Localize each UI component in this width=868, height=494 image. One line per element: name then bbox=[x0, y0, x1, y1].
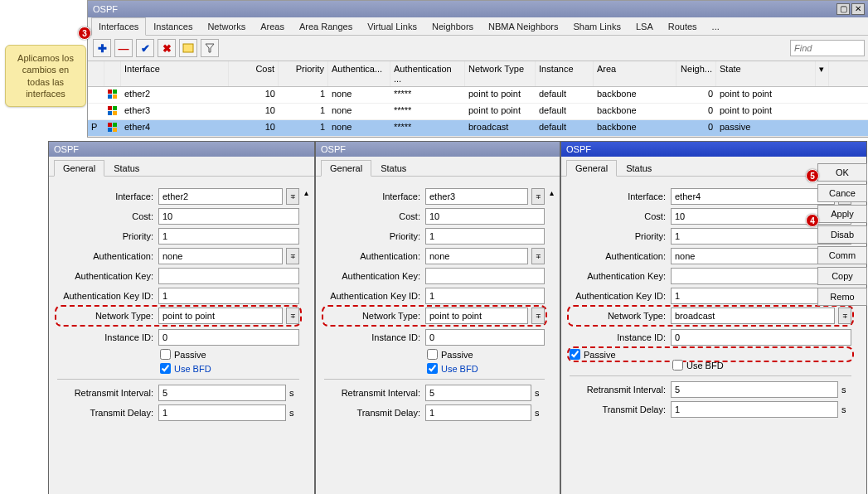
cancel-button[interactable]: Cance bbox=[817, 184, 867, 202]
txdelay-input[interactable]: 1 bbox=[425, 404, 531, 421]
apply-button[interactable]: Apply bbox=[817, 205, 867, 223]
tab-instances[interactable]: Instances bbox=[146, 17, 200, 35]
tab-virtuallinks[interactable]: Virtual Links bbox=[360, 17, 424, 35]
instanceid-input[interactable]: 0 bbox=[425, 329, 545, 346]
enable-button[interactable]: ✔ bbox=[136, 39, 154, 57]
ntype-dropdown-icon[interactable]: ∓ bbox=[838, 308, 851, 324]
col-instance[interactable]: Instance bbox=[536, 61, 594, 86]
dialog-titlebar[interactable]: OSPF bbox=[316, 142, 560, 157]
filter-button[interactable] bbox=[201, 39, 219, 57]
col-state[interactable]: State bbox=[716, 61, 816, 86]
interface-dropdown-icon[interactable]: ∓ bbox=[286, 188, 299, 205]
tab-interfaces[interactable]: Interfaces bbox=[91, 17, 146, 36]
network-type-select[interactable]: broadcast bbox=[671, 308, 835, 324]
col-ntype[interactable]: Network Type bbox=[465, 61, 536, 86]
passive-checkbox[interactable] bbox=[160, 349, 171, 360]
txdelay-input[interactable]: 1 bbox=[671, 401, 838, 418]
add-button[interactable]: ✚ bbox=[93, 39, 111, 57]
comment-button[interactable] bbox=[179, 39, 197, 57]
table-row[interactable]: P ether4 10 1 none ***** broadcast defau… bbox=[88, 120, 868, 137]
ntype-dropdown-icon[interactable]: ∓ bbox=[531, 308, 545, 324]
tab-areas[interactable]: Areas bbox=[253, 17, 292, 35]
row-interface: ether3 bbox=[121, 104, 229, 119]
copy-btn[interactable]: Copy bbox=[817, 267, 867, 285]
tab-arearanges[interactable]: Area Ranges bbox=[292, 17, 360, 35]
tab-neighbors[interactable]: Neighbors bbox=[424, 17, 481, 35]
tab-general[interactable]: General bbox=[321, 160, 371, 177]
grid-header[interactable]: Interface Cost Priority Authentica... Au… bbox=[88, 61, 868, 87]
instanceid-input[interactable]: 0 bbox=[158, 329, 299, 346]
priority-input[interactable]: 1 bbox=[425, 228, 545, 245]
svg-rect-0 bbox=[183, 44, 193, 52]
auth-dropdown-icon[interactable]: ∓ bbox=[531, 248, 545, 264]
authkeyid-input[interactable]: 1 bbox=[158, 288, 299, 304]
retransmit-input[interactable]: 5 bbox=[671, 381, 838, 398]
tab-general[interactable]: General bbox=[566, 160, 617, 177]
tab-nbma[interactable]: NBMA Neighbors bbox=[481, 17, 565, 35]
authkey-input[interactable] bbox=[425, 268, 545, 284]
col-cost[interactable]: Cost bbox=[229, 61, 279, 86]
interface-select[interactable]: ether3 bbox=[425, 188, 528, 205]
authkey-input[interactable] bbox=[158, 268, 299, 284]
disable-button[interactable]: ✖ bbox=[158, 39, 176, 57]
col-flag[interactable] bbox=[88, 61, 104, 86]
disable-btn[interactable]: Disab bbox=[817, 225, 867, 244]
passive-checkbox[interactable] bbox=[570, 349, 580, 360]
tab-more[interactable]: ... bbox=[705, 17, 727, 35]
col-interface[interactable]: Interface bbox=[121, 61, 229, 86]
col-dropdown[interactable]: ▾ bbox=[816, 61, 829, 86]
network-type-select[interactable]: point to point bbox=[158, 308, 283, 324]
col-auth[interactable]: Authentica... bbox=[328, 61, 390, 86]
cost-input[interactable]: 10 bbox=[158, 208, 299, 225]
scroll-up-icon[interactable]: ▴ bbox=[304, 188, 308, 197]
usebfd-checkbox[interactable] bbox=[160, 363, 171, 374]
auth-select[interactable]: none bbox=[425, 248, 528, 264]
main-titlebar[interactable]: OSPF ▢ ✕ bbox=[88, 1, 868, 17]
ntype-dropdown-icon[interactable]: ∓ bbox=[286, 308, 299, 324]
auth-select[interactable]: none bbox=[671, 248, 835, 264]
col-authkey[interactable]: Authentication ... bbox=[390, 61, 465, 86]
remove-btn[interactable]: Remo bbox=[817, 288, 867, 306]
tab-status[interactable]: Status bbox=[371, 160, 415, 176]
interface-select[interactable]: ether2 bbox=[158, 188, 283, 205]
tab-general[interactable]: General bbox=[54, 160, 104, 177]
auth-select[interactable]: none bbox=[158, 248, 283, 264]
interface-select[interactable]: ether4 bbox=[671, 188, 835, 205]
network-type-select[interactable]: point to point bbox=[425, 308, 528, 324]
tab-shamlinks[interactable]: Sham Links bbox=[565, 17, 628, 35]
passive-checkbox[interactable] bbox=[427, 349, 438, 360]
col-neigh[interactable]: Neigh... bbox=[676, 61, 716, 86]
find-input[interactable] bbox=[790, 40, 865, 56]
col-area[interactable]: Area bbox=[594, 61, 676, 86]
scroll-up-icon[interactable]: ▴ bbox=[550, 188, 554, 197]
tab-lsa[interactable]: LSA bbox=[628, 17, 661, 35]
row-state: point to point bbox=[716, 104, 816, 119]
row-auth: none bbox=[328, 120, 390, 136]
ok-button[interactable]: OK bbox=[817, 163, 867, 182]
tab-status[interactable]: Status bbox=[104, 160, 148, 176]
retransmit-input[interactable]: 5 bbox=[425, 385, 531, 401]
tab-networks[interactable]: Networks bbox=[200, 17, 253, 35]
remove-button[interactable]: — bbox=[114, 39, 133, 57]
dialog-titlebar[interactable]: OSPF bbox=[561, 142, 866, 157]
col-icon[interactable] bbox=[104, 61, 121, 86]
table-row[interactable]: ether3 10 1 none ***** point to point de… bbox=[88, 104, 868, 120]
comment-btn[interactable]: Comm bbox=[817, 246, 867, 264]
cost-input[interactable]: 10 bbox=[425, 208, 545, 225]
minimize-button[interactable]: ▢ bbox=[836, 3, 850, 15]
interface-dropdown-icon[interactable]: ∓ bbox=[531, 188, 545, 205]
dialog-titlebar[interactable]: OSPF bbox=[49, 142, 314, 157]
col-priority[interactable]: Priority bbox=[279, 61, 328, 86]
instanceid-input[interactable]: 0 bbox=[671, 329, 851, 346]
txdelay-input[interactable]: 1 bbox=[158, 404, 286, 421]
table-row[interactable]: ether2 10 1 none ***** point to point de… bbox=[88, 87, 868, 104]
auth-dropdown-icon[interactable]: ∓ bbox=[286, 248, 299, 264]
tab-status[interactable]: Status bbox=[617, 160, 661, 176]
close-button[interactable]: ✕ bbox=[851, 3, 865, 15]
usebfd-checkbox[interactable] bbox=[672, 360, 683, 370]
tab-routes[interactable]: Routes bbox=[661, 17, 705, 35]
priority-input[interactable]: 1 bbox=[158, 228, 299, 245]
usebfd-checkbox[interactable] bbox=[427, 363, 438, 374]
authkeyid-input[interactable]: 1 bbox=[425, 288, 545, 304]
retransmit-input[interactable]: 5 bbox=[158, 385, 286, 401]
